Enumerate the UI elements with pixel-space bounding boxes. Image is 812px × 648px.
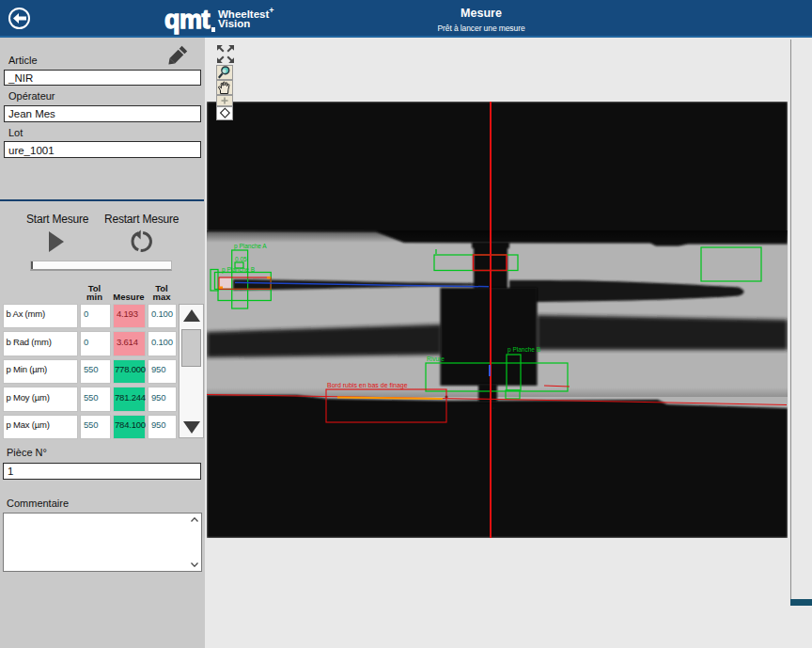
svg-text:0.05: 0.05 (235, 256, 247, 262)
svg-text:Rivure: Rivure (427, 356, 445, 362)
svg-text:p Planche B: p Planche B (508, 346, 540, 354)
svg-text:Bord rubis en bas de finage: Bord rubis en bas de finage (327, 382, 408, 389)
svg-text:p Planche B: p Planche B (222, 266, 255, 274)
svg-text:p Planche A: p Planche A (234, 243, 267, 250)
